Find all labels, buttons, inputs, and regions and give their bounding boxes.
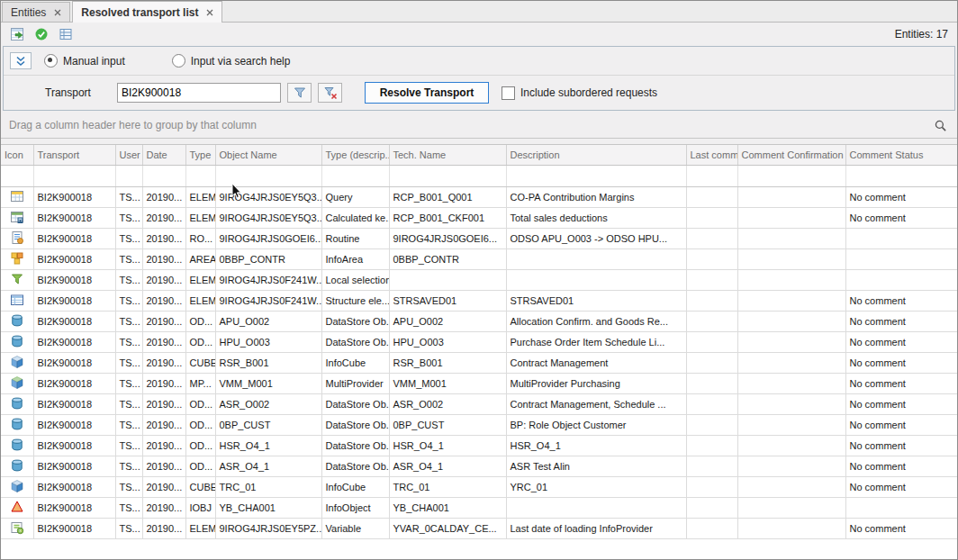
column-header-object_name[interactable]: Object Name bbox=[215, 145, 321, 166]
cell-type: OD... bbox=[185, 312, 215, 332]
cell-description: Contract Management bbox=[506, 353, 686, 374]
table-row[interactable]: BI2K900018TS...20190...ELEM9IROG4JRJS0F2… bbox=[1, 291, 957, 312]
table-row[interactable]: BI2K900018TS...20190...ELEM9IROG4JRJS0F2… bbox=[1, 270, 957, 291]
tab-resolved-transport-list[interactable]: Resolved transport list bbox=[72, 1, 222, 23]
cell-last_comment bbox=[686, 249, 737, 270]
cell-comment_confirmation bbox=[737, 519, 845, 539]
close-icon[interactable] bbox=[53, 8, 61, 16]
filter-cell-comment_confirmation[interactable] bbox=[737, 166, 845, 187]
query-icon bbox=[10, 189, 24, 203]
cell-type: ELEM bbox=[185, 519, 215, 539]
table-row[interactable]: BI2K900018TS...20190...IOBJYB_CHA001Info… bbox=[1, 498, 957, 519]
cell-date: 20190... bbox=[142, 374, 185, 394]
cell-transport: BI2K900018 bbox=[33, 456, 115, 477]
column-header-comment_confirmation[interactable]: Comment Confirmation bbox=[737, 145, 845, 166]
cell-last_comment bbox=[686, 291, 737, 312]
cell-type_desc: DataStore Ob... bbox=[321, 415, 389, 436]
table-row[interactable]: BI2K900018TS...20190...CUBETRC_01InfoCub… bbox=[1, 477, 957, 498]
column-header-transport[interactable]: Transport bbox=[33, 145, 115, 166]
cell-last_comment bbox=[686, 456, 737, 477]
include-subordered-checkbox[interactable]: Include subordered requests bbox=[502, 86, 657, 100]
group-by-bar[interactable]: Drag a column header here to group by th… bbox=[1, 113, 957, 139]
filter-cell-type_desc[interactable] bbox=[321, 166, 389, 187]
cell-last_comment bbox=[686, 477, 737, 498]
column-header-tech_name[interactable]: Tech. Name bbox=[389, 145, 506, 166]
cell-type_desc: InfoArea bbox=[321, 249, 389, 270]
clear-filter-button[interactable] bbox=[318, 83, 342, 103]
close-icon[interactable] bbox=[205, 8, 213, 16]
column-header-type_desc[interactable]: Type (descrip... bbox=[321, 145, 389, 166]
filter-button[interactable] bbox=[287, 83, 312, 103]
confirm-button[interactable] bbox=[32, 24, 51, 44]
search-help-radio[interactable]: Input via search help bbox=[172, 54, 291, 68]
cell-comment_status: No comment bbox=[845, 415, 957, 436]
table-row[interactable]: BI2K900018TS...20190...OD...HPU_O003Data… bbox=[1, 332, 957, 353]
cell-comment_confirmation bbox=[737, 270, 845, 291]
cell-type: OD... bbox=[185, 415, 215, 436]
cell-tech_name: TRC_01 bbox=[389, 477, 506, 498]
cell-transport: BI2K900018 bbox=[33, 519, 115, 539]
cell-icon bbox=[1, 208, 33, 229]
cell-type: ELEM bbox=[185, 208, 215, 229]
cell-tech_name: 0BBP_CONTR bbox=[389, 249, 506, 270]
filter-cell-description[interactable] bbox=[506, 166, 686, 187]
cell-comment_confirmation bbox=[737, 477, 845, 498]
datastore-icon bbox=[10, 438, 24, 452]
tab-entities[interactable]: Entities bbox=[2, 2, 70, 22]
column-header-type[interactable]: Type bbox=[185, 145, 215, 166]
filter-cell-type[interactable] bbox=[185, 166, 215, 187]
column-header-date[interactable]: Date bbox=[142, 145, 185, 166]
cell-tech_name: RCP_B001_CKF001 bbox=[389, 208, 506, 229]
grid-view-button[interactable] bbox=[56, 24, 76, 44]
collapse-panel-button[interactable] bbox=[10, 52, 32, 69]
manual-input-radio[interactable]: Manual input bbox=[44, 54, 125, 68]
table-row[interactable]: BI2K900018TS...20190...AREA0BBP_CONTRInf… bbox=[1, 249, 957, 270]
cell-date: 20190... bbox=[142, 187, 185, 208]
table-row[interactable]: BI2K900018TS...20190...OD...ASR_O002Data… bbox=[1, 394, 957, 415]
filter-cell-tech_name[interactable] bbox=[389, 166, 506, 187]
cell-description: HSR_O4_1 bbox=[506, 436, 686, 456]
table-row[interactable]: BI2K900018TS...20190...MP...VMM_M001Mult… bbox=[1, 374, 957, 394]
resolve-transport-button[interactable]: Resolve Transport bbox=[365, 82, 489, 104]
filter-cell-comment_status[interactable] bbox=[845, 166, 957, 187]
cell-icon: x bbox=[1, 519, 33, 539]
cell-comment_status: No comment bbox=[845, 477, 957, 498]
filter-cell-last_comment[interactable] bbox=[686, 166, 737, 187]
transport-input[interactable] bbox=[117, 83, 281, 103]
cell-object_name: HSR_O4_1 bbox=[215, 436, 321, 456]
cell-tech_name: RSR_B001 bbox=[389, 353, 506, 374]
table-row[interactable]: BI2K900018TS...20190...ELEM9IROG4JRJS0EY… bbox=[1, 187, 957, 208]
filter-cell-icon[interactable] bbox=[1, 166, 33, 187]
table-row[interactable]: BI2K900018TS...20190...OD...0BP_CUSTData… bbox=[1, 415, 957, 436]
cell-comment_status: No comment bbox=[845, 456, 957, 477]
table-row[interactable]: BI2K900018TS...20190...OD...APU_O002Data… bbox=[1, 312, 957, 332]
export-grid-button[interactable] bbox=[7, 24, 27, 44]
table-row[interactable]: xBI2K900018TS...20190...ELEM9IROG4JRJS0E… bbox=[1, 519, 957, 539]
filter-cell-transport[interactable] bbox=[33, 166, 115, 187]
cell-type: ELEM bbox=[185, 270, 215, 291]
table-row[interactable]: BI2K900018TS...20190...ELEM9IROG4JRJS0EY… bbox=[1, 208, 957, 229]
cell-date: 20190... bbox=[142, 394, 185, 415]
table-row[interactable]: BI2K900018TS...20190...OD...HSR_O4_1Data… bbox=[1, 436, 957, 456]
column-header-comment_status[interactable]: Comment Status bbox=[845, 145, 957, 166]
grid-header-row: IconTransportUserDateTypeObject NameType… bbox=[1, 145, 957, 166]
cell-object_name: 0BP_CUST bbox=[215, 415, 321, 436]
table-row[interactable]: BI2K900018TS...20190...OD...ASR_O4_1Data… bbox=[1, 456, 957, 477]
filter-cell-user[interactable] bbox=[115, 166, 142, 187]
column-header-last_comment[interactable]: Last commenti... bbox=[686, 145, 737, 166]
radio-unselected-icon bbox=[172, 54, 185, 68]
table-row[interactable]: BI2K900018TS...20190...CUBERSR_B001InfoC… bbox=[1, 353, 957, 374]
filter-cell-date[interactable] bbox=[142, 166, 185, 187]
filter-cell-object_name[interactable] bbox=[215, 166, 321, 187]
cell-icon bbox=[1, 249, 33, 270]
cell-comment_status: No comment bbox=[845, 436, 957, 456]
column-header-user[interactable]: User bbox=[115, 145, 142, 166]
cell-comment_status: No comment bbox=[845, 519, 957, 539]
search-icon[interactable] bbox=[931, 116, 949, 134]
column-header-icon[interactable]: Icon bbox=[1, 145, 33, 166]
cell-comment_confirmation bbox=[737, 374, 845, 394]
column-header-description[interactable]: Description bbox=[506, 145, 686, 166]
cell-type_desc: Local selection bbox=[321, 270, 389, 291]
table-row[interactable]: BI2K900018TS...20190...RO...9IROG4JRJS0G… bbox=[1, 229, 957, 249]
cell-type_desc: Calculated ke... bbox=[321, 208, 389, 229]
